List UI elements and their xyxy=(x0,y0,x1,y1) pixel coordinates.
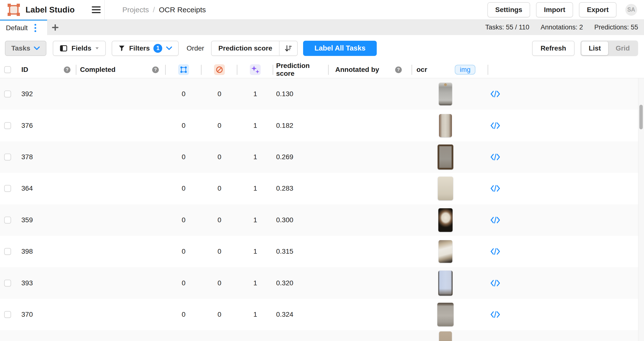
column-header-completed[interactable]: Completed ? xyxy=(76,61,166,78)
stat-tasks: Tasks: 55 / 110 xyxy=(485,23,530,31)
annotations-count: 0 xyxy=(166,216,202,224)
row-select-cell xyxy=(0,110,16,141)
user-avatar[interactable]: SA xyxy=(625,4,637,16)
receipt-thumbnail[interactable] xyxy=(438,240,452,263)
fields-button[interactable]: Fields xyxy=(53,41,106,56)
task-row[interactable]: 392 0 0 1 0.130 xyxy=(0,78,644,110)
show-source-code-icon[interactable] xyxy=(490,311,500,319)
predictions-count: 1 xyxy=(237,279,273,287)
show-source-code-icon[interactable] xyxy=(490,122,500,130)
task-row[interactable]: 364 0 0 1 0.283 xyxy=(0,173,644,204)
view-tabs-bar: Default Tasks: 55 / 110 Annotations: 2 P… xyxy=(0,20,644,35)
receipt-thumbnail[interactable] xyxy=(437,303,454,326)
task-row[interactable]: 393 0 0 1 0.320 xyxy=(0,267,644,299)
tasks-dropdown-button[interactable]: Tasks xyxy=(5,41,46,56)
vertical-scrollbar-track[interactable] xyxy=(638,78,644,341)
breadcrumb-current-project: OCR Receipts xyxy=(159,6,206,14)
ocr-cell xyxy=(412,240,488,263)
select-all-cell xyxy=(0,61,16,78)
help-icon[interactable]: ? xyxy=(395,66,402,73)
row-checkbox[interactable] xyxy=(4,280,11,287)
add-view-button[interactable] xyxy=(47,20,63,35)
task-id: 378 xyxy=(16,153,76,161)
show-source-code-icon[interactable] xyxy=(490,248,500,255)
row-checkbox[interactable] xyxy=(4,122,11,129)
show-source-code-icon[interactable] xyxy=(490,153,500,161)
import-button[interactable]: Import xyxy=(536,2,573,17)
filters-count-badge: 1 xyxy=(154,44,162,53)
receipt-thumbnail[interactable] xyxy=(438,271,452,296)
row-checkbox[interactable] xyxy=(4,154,11,160)
order-field-button[interactable]: Prediction score xyxy=(212,41,279,55)
task-row[interactable] xyxy=(0,330,644,341)
help-icon[interactable]: ? xyxy=(152,66,159,73)
task-row[interactable]: 359 0 0 1 0.300 xyxy=(0,204,644,236)
receipt-thumbnail[interactable] xyxy=(438,208,452,232)
breadcrumb-projects-link[interactable]: Projects xyxy=(122,6,149,14)
column-header-annotated-by[interactable]: Annotated by ? xyxy=(329,61,412,78)
help-icon[interactable]: ? xyxy=(64,66,70,73)
task-row[interactable]: 398 0 0 1 0.315 xyxy=(0,236,644,267)
settings-button[interactable]: Settings xyxy=(488,2,530,17)
app-title: Label Studio xyxy=(26,5,74,14)
row-checkbox[interactable] xyxy=(4,248,11,255)
row-checkbox[interactable] xyxy=(4,311,11,318)
receipt-thumbnail[interactable] xyxy=(439,332,452,341)
column-header-predictions[interactable] xyxy=(237,61,273,78)
receipt-thumbnail[interactable] xyxy=(438,177,453,200)
row-select-cell xyxy=(0,204,16,236)
show-source-code-icon[interactable] xyxy=(490,90,500,98)
tab-options-kebab-icon[interactable] xyxy=(34,23,36,33)
refresh-button[interactable]: Refresh xyxy=(532,41,574,56)
filters-button[interactable]: Filters 1 xyxy=(112,41,179,56)
receipt-thumbnail[interactable] xyxy=(438,144,453,170)
row-select-cell xyxy=(0,141,16,173)
cancelled-count: 0 xyxy=(202,122,237,130)
task-row[interactable]: 370 0 0 1 0.324 xyxy=(0,299,644,330)
row-checkbox[interactable] xyxy=(4,217,11,224)
vertical-scrollbar-thumb[interactable] xyxy=(639,105,643,129)
annotations-count-icon[interactable] xyxy=(178,64,189,75)
label-studio-app: Label Studio Projects / OCR Receipts Set… xyxy=(0,0,644,341)
columns-icon xyxy=(60,45,68,52)
view-toggle-list[interactable]: List xyxy=(582,41,608,55)
column-header-id[interactable]: ID ? xyxy=(16,61,76,78)
column-header-prediction-score[interactable]: Prediction score xyxy=(273,61,329,78)
tab-default-label: Default xyxy=(6,24,28,32)
tab-default[interactable]: Default xyxy=(0,20,47,35)
show-source-code-icon[interactable] xyxy=(490,279,500,287)
sort-descending-icon xyxy=(284,44,292,52)
column-id-label: ID xyxy=(21,66,28,74)
label-all-tasks-button[interactable]: Label All Tasks xyxy=(303,41,377,56)
task-row[interactable]: 378 0 0 1 0.269 xyxy=(0,141,644,173)
row-checkbox[interactable] xyxy=(4,185,11,192)
cancelled-annotations-icon[interactable] xyxy=(214,64,225,75)
task-id: 376 xyxy=(16,122,76,130)
prediction-score-value: 0.283 xyxy=(273,184,329,192)
predictions-sparkles-icon[interactable] xyxy=(250,64,261,75)
row-checkbox[interactable] xyxy=(4,90,11,97)
predictions-count: 1 xyxy=(237,184,273,192)
stat-annotations: Annotations: 2 xyxy=(541,23,583,31)
column-header-ocr[interactable]: ocr img xyxy=(412,61,488,78)
select-all-checkbox[interactable] xyxy=(4,66,11,73)
hamburger-menu-icon[interactable] xyxy=(89,3,103,17)
annotations-count: 0 xyxy=(166,184,202,192)
column-header-cancelled[interactable] xyxy=(202,61,237,78)
column-header-annotations[interactable] xyxy=(166,61,202,78)
show-source-code-icon[interactable] xyxy=(490,184,500,192)
breadcrumb: Projects / OCR Receipts xyxy=(122,6,206,14)
prediction-score-value: 0.130 xyxy=(273,90,329,98)
task-id: 359 xyxy=(16,216,76,224)
export-button[interactable]: Export xyxy=(579,2,616,17)
source-cell xyxy=(488,153,513,161)
receipt-thumbnail[interactable] xyxy=(439,83,452,105)
view-toggle-grid[interactable]: Grid xyxy=(608,41,637,55)
source-cell xyxy=(488,248,513,255)
sort-direction-button[interactable] xyxy=(280,41,297,55)
receipt-thumbnail[interactable] xyxy=(439,114,452,137)
row-select-cell xyxy=(0,173,16,204)
show-source-code-icon[interactable] xyxy=(490,216,500,224)
task-row[interactable]: 376 0 0 1 0.182 xyxy=(0,110,644,141)
ocr-cell xyxy=(412,114,488,137)
